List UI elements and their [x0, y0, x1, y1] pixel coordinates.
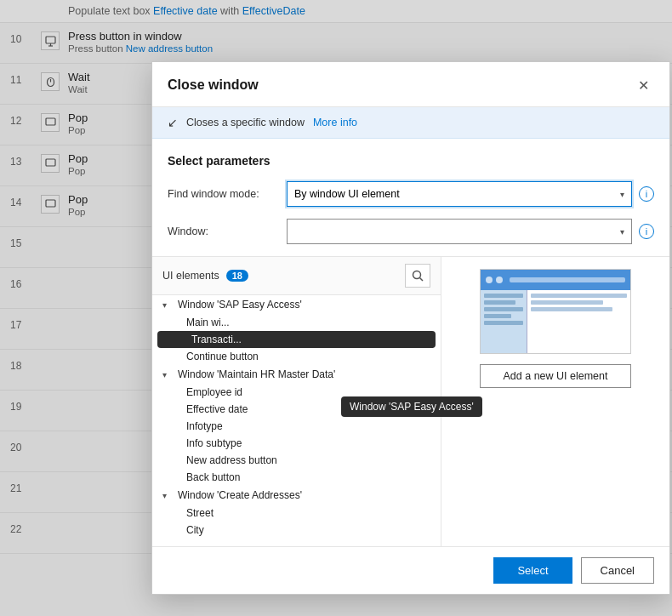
preview-dot-2: [496, 277, 503, 283]
search-icon: [412, 270, 424, 282]
search-button[interactable]: [405, 264, 430, 288]
modal-body: Select parameters Find window mode: By w…: [152, 139, 669, 244]
tree-child-back-button[interactable]: Back button: [152, 469, 441, 486]
tree-node-maintain-hr[interactable]: ▾ Window 'Maintain HR Master Data' Emplo…: [152, 365, 441, 486]
window-chevron-icon: ▾: [620, 227, 624, 237]
window-info-icon[interactable]: i: [639, 224, 654, 239]
preview-sidebar: [481, 290, 527, 354]
tree-node-row-sap-easy-access[interactable]: ▾ Window 'SAP Easy Access': [152, 295, 441, 314]
preview-dot-1: [486, 277, 493, 283]
tree-node-label-create: Window 'Create Addresses': [178, 489, 302, 501]
tree-node-create-addresses[interactable]: ▾ Window 'Create Addresses' Street City: [152, 486, 441, 539]
find-window-mode-row: Find window mode: By window UI element ▾…: [168, 181, 654, 207]
tree-child-infotype[interactable]: Infotype: [152, 418, 441, 435]
find-window-mode-select[interactable]: By window UI element ▾: [287, 181, 632, 207]
tree-child-transaction[interactable]: Transacti...: [157, 331, 436, 348]
ui-elements-tree: ▾ Window 'SAP Easy Access' Main wi... Tr…: [152, 295, 441, 546]
find-window-mode-value: By window UI element: [294, 188, 400, 200]
window-control: ▾ i: [287, 219, 654, 244]
tree-node-label-sap: Window 'SAP Easy Access': [178, 299, 302, 311]
ui-elements-label: UI elements: [162, 270, 219, 282]
tree-toggle-hr: ▾: [162, 370, 174, 379]
svg-point-8: [413, 271, 421, 279]
close-window-modal: Close window ✕ ↙ Closes a specific windo…: [151, 61, 670, 595]
window-select[interactable]: ▾: [287, 219, 632, 244]
preview-body: [481, 290, 630, 354]
cancel-button[interactable]: Cancel: [581, 557, 654, 584]
modal-footer: Select Cancel: [152, 546, 669, 594]
find-window-mode-label: Find window mode:: [168, 188, 287, 200]
preview-mockup-bar: [481, 270, 630, 290]
chevron-down-icon: ▾: [620, 190, 624, 199]
select-button[interactable]: Select: [493, 557, 572, 584]
ui-elements-badge: 18: [226, 270, 248, 282]
modal-info-text: Closes a specific window: [186, 117, 305, 128]
modal-header: Close window ✕: [152, 62, 669, 107]
tree-child-street[interactable]: Street: [152, 505, 441, 522]
add-ui-element-button[interactable]: Add a new UI element: [480, 364, 631, 388]
select-parameters-title: Select parameters: [168, 154, 654, 168]
find-window-mode-info-icon[interactable]: i: [639, 186, 654, 202]
tree-node-sap-easy-access[interactable]: ▾ Window 'SAP Easy Access' Main wi... Tr…: [152, 295, 441, 365]
preview-image: [480, 269, 631, 354]
ui-elements-header: UI elements 18: [152, 257, 441, 295]
tree-node-label-hr: Window 'Maintain HR Master Data': [178, 368, 335, 380]
tree-toggle-sap: ▾: [162, 300, 174, 310]
window-row: Window: ▾ i: [168, 219, 654, 244]
tree-child-city[interactable]: City: [152, 522, 441, 539]
svg-line-9: [420, 278, 424, 282]
preview-main-area: [527, 290, 630, 354]
window-label: Window:: [168, 225, 287, 237]
tree-child-info-subtype[interactable]: Info subtype: [152, 435, 441, 452]
arrow-icon: ↙: [168, 116, 178, 129]
tree-toggle-create: ▾: [162, 491, 174, 500]
tree-node-tooltip: Window 'SAP Easy Access': [341, 396, 482, 417]
modal-close-button[interactable]: ✕: [632, 74, 654, 96]
tree-child-main-window[interactable]: Main wi...: [152, 314, 441, 331]
modal-info-bar: ↙ Closes a specific window More info: [152, 107, 669, 139]
find-window-mode-control: By window UI element ▾ i: [287, 181, 654, 207]
tree-node-row-create-addresses[interactable]: ▾ Window 'Create Addresses': [152, 486, 441, 505]
modal-title: Close window: [168, 77, 259, 93]
tree-node-row-maintain-hr[interactable]: ▾ Window 'Maintain HR Master Data': [152, 365, 441, 384]
tree-child-new-address-button[interactable]: New address button: [152, 452, 441, 469]
preview-bar-text: [510, 277, 625, 282]
preview-mockup: [481, 270, 630, 353]
tree-child-continue-button[interactable]: Continue button: [152, 348, 441, 365]
more-info-link[interactable]: More info: [313, 117, 357, 128]
